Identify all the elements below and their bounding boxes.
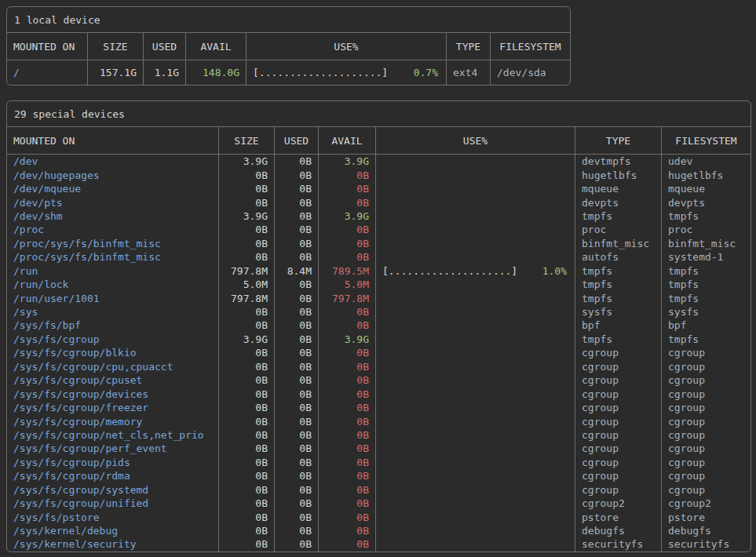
type-cell: pstore [575, 510, 661, 523]
used-cell: 0B [274, 346, 318, 359]
mount-cell: /sys/fs/cgroup/rdma [7, 469, 218, 482]
filesystem-cell: cgroup [661, 401, 751, 414]
special-devices-table: 29 special devices MOUNTED ONSIZEUSEDAVA… [6, 100, 751, 552]
avail-cell: 0B [318, 168, 375, 181]
mount-cell: /sys/fs/cgroup/perf_event [7, 442, 218, 455]
avail-cell: 0B [318, 456, 375, 469]
usage-cell [375, 373, 575, 387]
type-cell: devpts [575, 195, 661, 209]
avail-cell: 0B [318, 469, 375, 482]
used-cell: 0B [274, 483, 318, 497]
avail-cell: 0B [318, 401, 375, 414]
usage-cell [375, 168, 575, 181]
mount-cell: /proc/sys/fs/binfmt_misc [7, 250, 218, 264]
avail-cell: 3.9G [318, 333, 375, 346]
type-cell: sysfs [575, 305, 661, 319]
size-cell: 0B [218, 305, 274, 319]
filesystem-cell: tmpfs [661, 264, 751, 278]
filesystem-cell: hugetlbfs [661, 168, 751, 181]
used-cell: 0B [274, 155, 318, 168]
size-cell: 0B [218, 182, 274, 195]
size-cell: 0B [218, 223, 274, 236]
usage-cell [375, 537, 575, 551]
mount-cell: /proc/sys/fs/binfmt_misc [7, 237, 218, 250]
usage-cell [375, 182, 575, 195]
filesystem-cell: pstore [661, 510, 751, 523]
avail-cell: 0B [318, 237, 375, 250]
mount-cell: /sys/fs/cgroup/blkio [7, 346, 218, 359]
size-cell: 0B [218, 168, 274, 181]
avail-cell: 0B [318, 537, 375, 551]
avail-cell: 0B [318, 319, 375, 332]
used-cell: 0B [274, 319, 318, 332]
avail-cell: 0B [318, 182, 375, 195]
used-cell: 0B [274, 305, 318, 319]
column-header-used: USED [274, 127, 318, 154]
used-cell: 0B [274, 442, 318, 455]
column-header-type: TYPE [575, 127, 661, 154]
type-cell: cgroup [575, 414, 661, 428]
usage-cell [375, 278, 575, 291]
filesystem-cell: tmpfs [661, 278, 751, 291]
type-cell: tmpfs [575, 264, 661, 278]
used-cell: 0B [274, 373, 318, 387]
filesystem-cell: tmpfs [661, 209, 751, 223]
usage-cell [375, 333, 575, 346]
column-header-mounted-on: MOUNTED ON [7, 33, 87, 60]
column-header-mounted-on: MOUNTED ON [7, 127, 218, 154]
filesystem-cell: debugfs [661, 524, 751, 537]
used-cell: 0B [274, 456, 318, 469]
usage-cell [375, 456, 575, 469]
used-cell: 0B [274, 209, 318, 223]
mount-cell: /run/lock [7, 278, 218, 291]
mount-cell: /sys/fs/cgroup [7, 333, 218, 346]
used-cell: 0B [274, 168, 318, 181]
filesystem-cell: systemd-1 [661, 250, 751, 264]
type-cell: tmpfs [575, 278, 661, 291]
filesystem-cell: tmpfs [661, 333, 751, 346]
usage-cell [375, 250, 575, 264]
avail-cell: 0B [318, 346, 375, 359]
type-cell: hugetlbfs [575, 168, 661, 181]
usage-cell [375, 346, 575, 359]
avail-cell: 797.8M [318, 291, 375, 304]
size-cell: 0B [218, 346, 274, 359]
mount-cell: /dev/pts [7, 195, 218, 209]
filesystem-cell: tmpfs [661, 291, 751, 304]
avail-cell: 0B [318, 442, 375, 455]
used-cell: 0B [274, 510, 318, 523]
filesystem-cell: binfmt_misc [661, 237, 751, 250]
type-cell: cgroup [575, 456, 661, 469]
used-cell: 0B [274, 182, 318, 195]
avail-cell: 3.9G [318, 209, 375, 223]
mount-cell: /sys/kernel/security [7, 537, 218, 551]
used-cell: 0B [274, 278, 318, 291]
special-table-body: /dev3.9G0B3.9Gdevtmpfsudev/dev/hugepages… [7, 155, 751, 552]
mount-cell: /sys/fs/bpf [7, 319, 218, 332]
mount-cell: /dev/shm [7, 209, 218, 223]
avail-cell: 0B [318, 250, 375, 264]
usage-cell [375, 305, 575, 319]
size-cell: 3.9G [218, 155, 274, 168]
usage-cell [375, 524, 575, 537]
avail-cell: 148.0G [185, 60, 246, 85]
type-cell: autofs [575, 250, 661, 264]
mount-cell: /dev/mqueue [7, 182, 218, 195]
usage-percent: 0.7% [414, 67, 438, 78]
size-cell: 797.8M [218, 291, 274, 304]
filesystem-cell: udev [661, 155, 751, 168]
usage-cell [375, 510, 575, 523]
usage-cell [375, 155, 575, 168]
mount-cell: /run [7, 264, 218, 278]
size-cell: 0B [218, 428, 274, 442]
mount-cell: /sys/kernel/debug [7, 524, 218, 537]
size-cell: 0B [218, 456, 274, 469]
type-cell: tmpfs [575, 209, 661, 223]
type-cell: mqueue [575, 182, 661, 195]
type-cell: cgroup [575, 387, 661, 400]
type-cell: cgroup [575, 360, 661, 373]
type-cell: cgroup [575, 401, 661, 414]
terminal-screen: { "colors": { "background": "#2b2b2b", "… [0, 0, 756, 557]
usage-cell [375, 291, 575, 304]
size-cell: 5.0M [218, 278, 274, 291]
